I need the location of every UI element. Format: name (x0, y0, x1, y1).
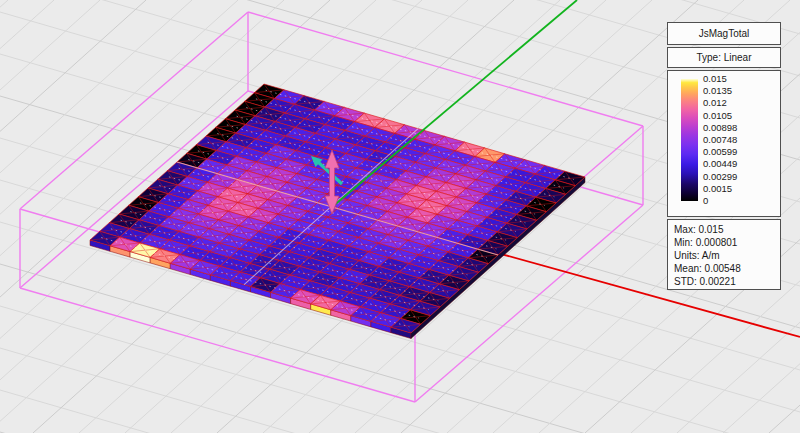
colorbar-tick: 0.00748 (703, 135, 737, 145)
colorbar-gradient (681, 79, 698, 201)
legend-title: JsMagTotal (667, 22, 781, 45)
stat-line: Min: 0.000801 (674, 236, 780, 249)
colorbar-tick: 0.00599 (703, 147, 737, 157)
colorbar-tick: 0 (703, 196, 737, 206)
legend-scale-type: Type: Linear (667, 47, 781, 68)
colorbar-tick: 0.00898 (703, 123, 737, 133)
stat-line: Max: 0.015 (674, 223, 780, 236)
legend-colorbar: 0.0150.01350.0120.01050.008980.007480.00… (667, 70, 781, 217)
colorbar-tick: 0.00449 (703, 159, 737, 169)
legend-panel: JsMagTotal Type: Linear 0.0150.01350.012… (667, 22, 781, 292)
viewport-3d[interactable]: JsMagTotal Type: Linear 0.0150.01350.012… (0, 0, 800, 433)
colorbar-tick: 0.012 (703, 98, 737, 108)
stat-line: Units: A/m (674, 249, 780, 262)
stat-line: STD: 0.00221 (674, 275, 780, 288)
stat-line: Mean: 0.00548 (674, 262, 780, 275)
colorbar-tick: 0.0135 (703, 86, 737, 96)
colorbar-tick: 0.015 (703, 74, 737, 84)
legend-stats: Max: 0.015Min: 0.000801Units: A/mMean: 0… (667, 219, 781, 290)
colorbar-tick: 0.00299 (703, 172, 737, 182)
surface-current-plot (90, 84, 585, 339)
colorbar-tick: 0.0105 (703, 111, 737, 121)
colorbar-tick-list: 0.0150.01350.0120.01050.008980.007480.00… (703, 74, 737, 206)
colorbar-tick: 0.0015 (703, 184, 737, 194)
